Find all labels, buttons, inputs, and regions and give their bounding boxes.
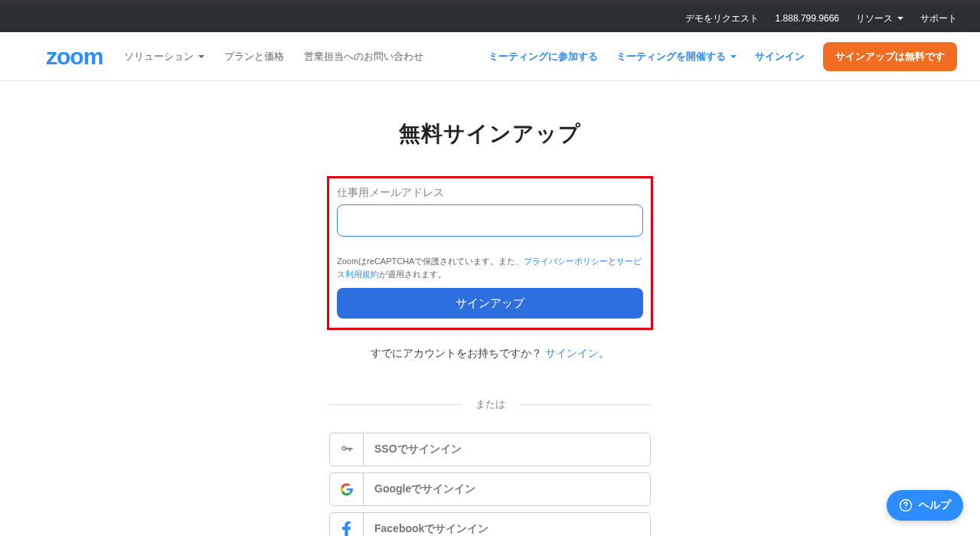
sso-signin-button[interactable]: SSOでサインイン bbox=[329, 433, 651, 466]
phone-number[interactable]: 1.888.799.9666 bbox=[776, 13, 839, 24]
chevron-down-icon bbox=[730, 55, 737, 58]
legal-text: ZoomはreCAPTCHAで保護されています。また、プライバシーポリシーとサー… bbox=[337, 255, 643, 280]
email-label: 仕事用メールアドレス bbox=[337, 186, 643, 200]
chevron-down-icon bbox=[198, 55, 204, 58]
zoom-logo[interactable]: zoom bbox=[46, 44, 103, 70]
divider-label: または bbox=[462, 397, 519, 411]
support-link[interactable]: サポート bbox=[920, 12, 957, 25]
nav-join-meeting[interactable]: ミーティングに参加する bbox=[488, 50, 598, 64]
request-demo-link[interactable]: デモをリクエスト bbox=[685, 12, 759, 25]
sign-in-link[interactable]: サインイン bbox=[545, 347, 599, 359]
chevron-down-icon bbox=[897, 17, 903, 20]
facebook-signin-button[interactable]: Facebookでサインイン bbox=[329, 512, 651, 536]
facebook-icon bbox=[330, 513, 364, 536]
divider: または bbox=[329, 397, 651, 411]
key-icon bbox=[330, 433, 364, 466]
signup-free-button[interactable]: サインアップは無料です bbox=[823, 42, 957, 71]
help-icon bbox=[899, 498, 913, 512]
nav-plans-pricing[interactable]: プランと価格 bbox=[224, 50, 284, 64]
privacy-policy-link[interactable]: プライバシーポリシー bbox=[524, 257, 608, 266]
signup-button[interactable]: サインアップ bbox=[337, 288, 643, 319]
google-icon bbox=[330, 473, 364, 505]
page-title: 無料サインアップ bbox=[0, 119, 980, 149]
signup-form-highlight: 仕事用メールアドレス ZoomはreCAPTCHAで保護されています。また、プラ… bbox=[327, 176, 653, 330]
resources-menu[interactable]: リソース bbox=[856, 12, 903, 25]
already-have-account: すでにアカウントをお持ちですか？ サインイン。 bbox=[329, 347, 651, 361]
google-signin-button[interactable]: Googleでサインイン bbox=[329, 472, 651, 506]
nav-contact-sales[interactable]: 営業担当へのお問い合わせ bbox=[304, 50, 423, 64]
nav-solutions[interactable]: ソリューション bbox=[124, 50, 204, 64]
utility-top-bar: デモをリクエスト 1.888.799.9666 リソース サポート bbox=[0, 5, 980, 32]
help-button[interactable]: ヘルプ bbox=[887, 490, 963, 521]
email-input[interactable] bbox=[337, 204, 643, 237]
nav-sign-in[interactable]: サインイン bbox=[755, 50, 805, 64]
svg-point-1 bbox=[905, 508, 906, 509]
main-nav: zoom ソリューション プランと価格 営業担当へのお問い合わせ ミーティングに… bbox=[0, 32, 980, 81]
nav-host-meeting[interactable]: ミーティングを開催する bbox=[616, 50, 737, 64]
